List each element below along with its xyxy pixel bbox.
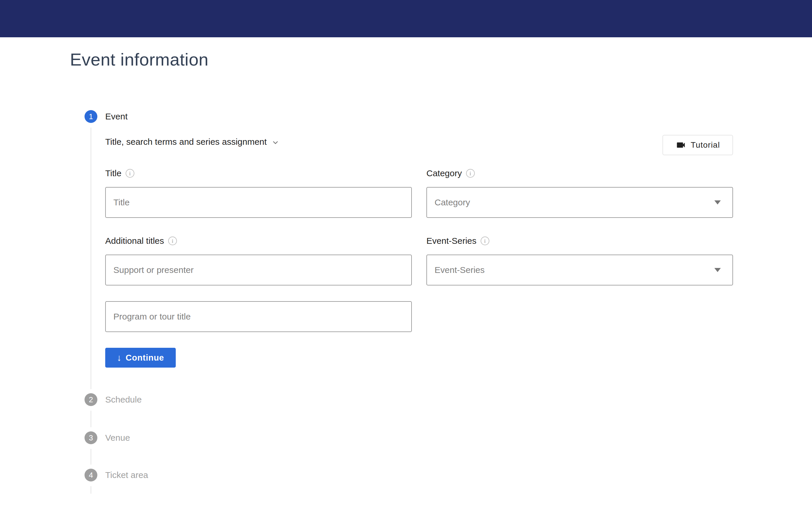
program-or-tour-title-input[interactable] — [105, 301, 412, 332]
videocam-icon — [675, 140, 686, 150]
chevron-down-icon[interactable] — [271, 138, 280, 147]
continue-button[interactable]: ↓ Continue — [105, 348, 176, 367]
event-series-select-value: Event-Series — [434, 265, 714, 275]
event-series-select[interactable]: Event-Series — [426, 255, 733, 285]
step-circle-venue[interactable]: 3 — [84, 431, 97, 444]
tutorial-button[interactable]: Tutorial — [663, 135, 733, 155]
info-icon[interactable]: i — [168, 236, 177, 245]
step-circle-schedule[interactable]: 2 — [84, 393, 97, 406]
event-series-label-row: Event-Series i — [426, 236, 489, 246]
title-label: Title — [105, 168, 122, 178]
step-number: 2 — [89, 395, 93, 404]
step-connector — [91, 411, 91, 427]
step-circle-ticket-area[interactable]: 4 — [84, 469, 97, 481]
title-input[interactable] — [105, 187, 412, 218]
info-glyph: i — [469, 171, 471, 176]
info-glyph: i — [484, 238, 485, 244]
additional-titles-label: Additional titles — [105, 236, 164, 246]
step-connector — [91, 449, 91, 464]
category-select[interactable]: Category — [426, 187, 733, 218]
step-connector — [91, 486, 91, 494]
step-number: 3 — [89, 433, 93, 442]
title-label-row: Title i — [105, 168, 134, 178]
support-or-presenter-input[interactable] — [105, 255, 412, 285]
continue-button-label: Continue — [126, 353, 164, 363]
app-header-bar — [0, 0, 812, 37]
event-information-page: Event information 1 Event 2 Schedule 3 V… — [0, 0, 812, 524]
step-number: 1 — [89, 112, 93, 121]
category-label: Category — [426, 168, 462, 178]
step-label-ticket-area: Ticket area — [105, 470, 148, 480]
section-header[interactable]: Title, search terms and series assignmen… — [105, 136, 280, 147]
step-connector — [91, 128, 91, 389]
category-label-row: Category i — [426, 168, 475, 178]
step-label-venue: Venue — [105, 433, 130, 443]
step-number: 4 — [89, 471, 93, 480]
page-title: Event information — [70, 50, 208, 70]
step-circle-event[interactable]: 1 — [84, 110, 97, 123]
info-glyph: i — [172, 238, 173, 244]
info-icon[interactable]: i — [481, 236, 489, 245]
section-title: Title, search terms and series assignmen… — [105, 137, 267, 147]
category-select-value: Category — [434, 197, 714, 207]
arrow-down-icon: ↓ — [117, 353, 122, 362]
dropdown-caret-icon — [714, 200, 721, 204]
step-label-schedule: Schedule — [105, 395, 142, 405]
info-glyph: i — [129, 171, 131, 176]
tutorial-button-label: Tutorial — [691, 141, 720, 150]
event-series-label: Event-Series — [426, 236, 477, 246]
info-icon[interactable]: i — [126, 169, 134, 178]
additional-titles-label-row: Additional titles i — [105, 236, 177, 246]
step-label-event: Event — [105, 112, 128, 121]
info-icon[interactable]: i — [466, 169, 475, 178]
dropdown-caret-icon — [714, 268, 721, 272]
